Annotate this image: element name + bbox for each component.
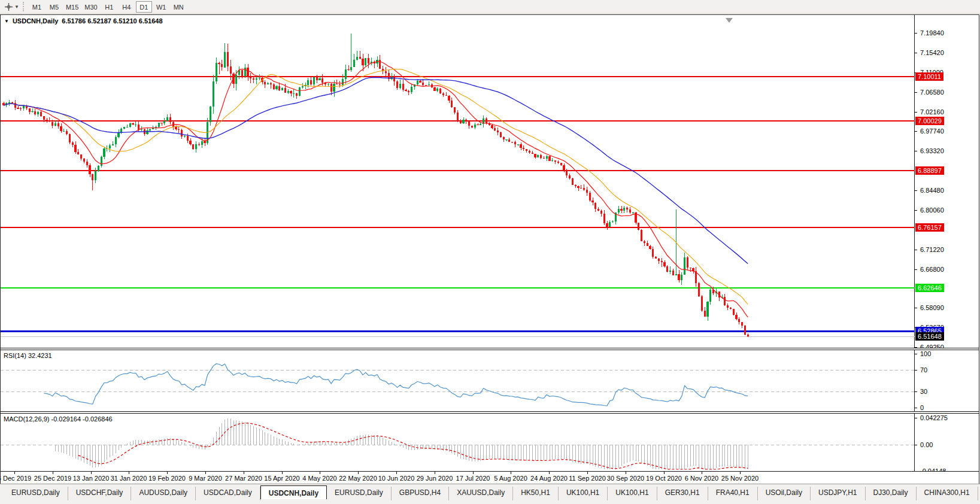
- date-tick-mark: [53, 472, 53, 474]
- timeframe-button-m5[interactable]: M5: [46, 1, 62, 13]
- price-tick-label: 7.15420: [920, 49, 944, 56]
- price-tick-mark: [915, 151, 917, 151]
- date-label: 6 Dec 2019: [0, 475, 31, 482]
- date-label: 9 Mar 2020: [189, 475, 222, 482]
- macd-axis[interactable]: 0.0422750.00-0.04148: [915, 414, 979, 471]
- price-tick-mark: [915, 112, 917, 113]
- date-label: 6 Nov 2020: [685, 475, 718, 482]
- chart-tab-usdcad[interactable]: USDCAD,Daily: [196, 487, 260, 500]
- date-tick-mark: [626, 472, 626, 474]
- date-tick-mark: [396, 472, 397, 474]
- chart-tab-usdchf[interactable]: USDCHF,Daily: [68, 487, 132, 500]
- crosshair-tool-icon[interactable]: [3, 2, 14, 11]
- chart-title: ▼ USDCNH,Daily 6.51786 6.52187 6.51210 6…: [4, 17, 163, 25]
- price-tick-mark: [915, 210, 917, 211]
- rsi-tick-label: 30: [920, 388, 927, 395]
- trading-terminal: ▼ M1M5M15M30H1H4D1W1MN 7.198407.154207.1…: [0, 0, 980, 504]
- price-tick-label: 7.19840: [920, 29, 944, 37]
- chart-tab-audusd[interactable]: AUDUSD,Daily: [131, 487, 196, 500]
- macd-plot[interactable]: [1, 414, 915, 471]
- timeframe-button-m30[interactable]: M30: [82, 1, 99, 13]
- price-tick-mark: [915, 53, 917, 53]
- hline-price-badge: 7.00029: [915, 117, 944, 125]
- price-tick-label: 6.71220: [920, 246, 944, 253]
- price-tick-mark: [915, 131, 917, 132]
- date-label: 13 Jan 2020: [73, 475, 110, 482]
- price-tick-label: 6.58090: [920, 304, 944, 311]
- price-tick-label: 6.66800: [920, 266, 944, 273]
- timeframe-buttons: M1M5M15M30H1H4D1W1MN: [28, 1, 187, 13]
- candlestick-plot[interactable]: [1, 15, 915, 348]
- chart-tab-usdjpy[interactable]: USDJPY,H1: [811, 487, 865, 500]
- timeframe-button-mn[interactable]: MN: [171, 1, 187, 13]
- macd-tick-mark: [915, 445, 917, 445]
- date-tick-mark: [91, 472, 92, 474]
- chart-tab-hk50[interactable]: HK50,H1: [513, 487, 559, 500]
- rsi-tick-label: 0: [920, 404, 924, 411]
- timeframe-button-m1[interactable]: M1: [29, 1, 45, 13]
- date-tick-mark: [549, 472, 550, 474]
- chart-tab-eurusd[interactable]: EURUSD,Daily: [327, 487, 392, 500]
- date-tick-mark: [664, 472, 665, 474]
- symbol-dropdown-icon[interactable]: ▼: [4, 19, 9, 24]
- price-tick-mark: [915, 308, 917, 308]
- date-label: 5 Aug 2020: [494, 475, 527, 482]
- date-label: 19 Feb 2020: [148, 475, 186, 482]
- date-tick-mark: [435, 472, 435, 474]
- price-axis[interactable]: 7.198407.154207.110007.065807.021606.977…: [915, 15, 979, 348]
- date-label: 24 Aug 2020: [530, 475, 568, 482]
- chart-tabs: EURUSD,DailyUSDCHF,DailyAUDUSD,DailyUSDC…: [4, 487, 980, 500]
- chart-tab-usoil[interactable]: USOil,Daily: [758, 487, 811, 500]
- date-tick-mark: [473, 472, 474, 474]
- time-axis[interactable]: 6 Dec 201925 Dec 201913 Jan 202031 Jan 2…: [1, 471, 979, 484]
- date-label: 31 Jan 2020: [111, 475, 147, 482]
- date-tick-mark: [14, 472, 15, 474]
- timeframe-button-h1[interactable]: H1: [101, 1, 117, 13]
- chart-tab-ger30[interactable]: GER30,H1: [657, 487, 708, 500]
- toolbar-grip: [23, 2, 25, 11]
- chart-tab-gbpusd[interactable]: GBPUSD,H4: [392, 487, 449, 500]
- date-label: 10 Jun 2020: [378, 475, 415, 482]
- timeframe-button-d1[interactable]: D1: [136, 1, 152, 13]
- chart-tab-uk100[interactable]: UK100,H1: [559, 487, 608, 500]
- chart-tab-eurusd[interactable]: EURUSD,Daily: [4, 487, 68, 500]
- rsi-plot[interactable]: [1, 350, 915, 411]
- macd-tick-label: 0.042275: [920, 414, 948, 421]
- price-tick-label: 7.06580: [920, 89, 944, 96]
- hline-price-badge: 6.88897: [915, 166, 944, 175]
- date-tick-mark: [511, 472, 511, 474]
- chart-tab-xauusd[interactable]: XAUUSD,Daily: [449, 487, 513, 500]
- date-label: 4 May 2020: [302, 475, 336, 482]
- date-label: 29 Jun 2020: [417, 475, 453, 482]
- price-tick-label: 6.80060: [920, 207, 944, 214]
- chart-tab-fra40[interactable]: FRA40,H1: [708, 487, 758, 500]
- chevron-down-icon[interactable]: ▼: [14, 4, 19, 10]
- chart-tab-uk100[interactable]: UK100,H1: [608, 487, 657, 500]
- timeframe-button-w1[interactable]: W1: [153, 1, 169, 13]
- chart-tab-china300[interactable]: CHINA300,H1: [917, 487, 978, 500]
- rsi-axis[interactable]: 10070300: [915, 350, 979, 411]
- price-tick-label: 6.84480: [920, 187, 944, 194]
- chart-tab-usoil[interactable]: USOil,H1: [978, 487, 980, 500]
- date-label: 25 Dec 2019: [34, 475, 71, 482]
- date-label: 30 Sep 2020: [607, 475, 644, 482]
- price-tick-label: 7.02160: [920, 108, 944, 116]
- price-tick-mark: [915, 190, 917, 191]
- date-tick-mark: [282, 472, 283, 474]
- rsi-label: RSI(14) 32.4231: [4, 352, 52, 359]
- rsi-panel: 10070300 RSI(14) 32.4231: [1, 350, 979, 411]
- chart-tab-dj30[interactable]: DJ30,Daily: [866, 487, 917, 500]
- chart-tab-bar: EURUSD,DailyUSDCHF,DailyAUDUSD,DailyUSDC…: [0, 484, 980, 504]
- macd-panel: 0.0422750.00-0.04148 MACD(12,26,9) -0.02…: [1, 414, 979, 471]
- rsi-tick-label: 100: [920, 350, 931, 357]
- chart-tab-usdcnh-active[interactable]: USDCNH,Daily: [260, 485, 327, 499]
- price-tick-label: 6.97740: [920, 127, 944, 135]
- date-tick-mark: [205, 472, 206, 474]
- price-tick-mark: [915, 269, 917, 270]
- rsi-tick-mark: [915, 391, 917, 392]
- timeframe-button-h4[interactable]: H4: [119, 1, 135, 13]
- timeframe-button-m15[interactable]: M15: [63, 1, 81, 13]
- date-tick-mark: [167, 472, 168, 474]
- hline-price-badge: 7.10011: [915, 72, 943, 81]
- hline-price-badge: 6.62646: [915, 284, 944, 292]
